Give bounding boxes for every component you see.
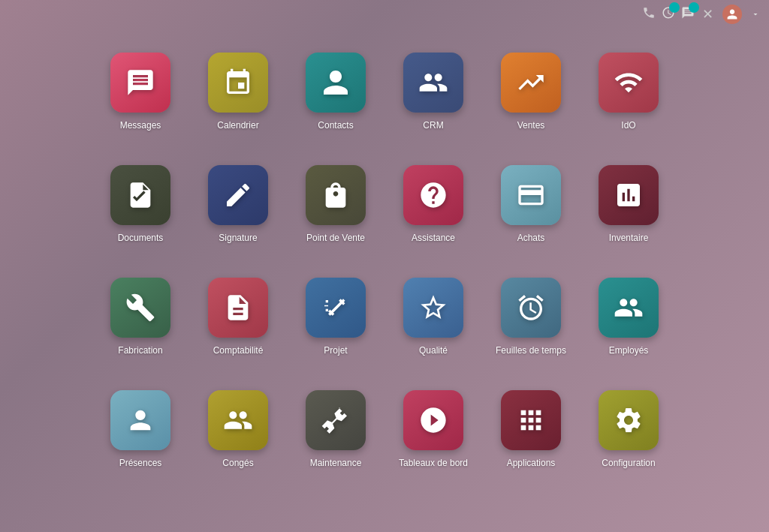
app-icon-conges bbox=[208, 390, 268, 450]
app-label-achats: Achats bbox=[517, 233, 545, 243]
app-label-employes: Employés bbox=[609, 345, 649, 356]
close-icon[interactable]: ✕ bbox=[702, 6, 713, 23]
app-item-comptabilite[interactable]: Comptabilité bbox=[197, 278, 279, 383]
app-item-projet[interactable]: Projet bbox=[294, 278, 377, 383]
clock-badge bbox=[669, 2, 680, 13]
phone-icon[interactable] bbox=[642, 6, 656, 23]
app-icon-feuilles bbox=[501, 278, 561, 338]
app-item-presences[interactable]: Présences bbox=[99, 390, 182, 495]
app-label-presences: Présences bbox=[119, 458, 162, 468]
app-label-contacts: Contacts bbox=[318, 120, 353, 131]
app-icon-projet bbox=[306, 278, 366, 338]
app-icon-documents bbox=[110, 165, 170, 225]
app-label-pdv: Point de Vente bbox=[306, 233, 365, 243]
app-grid: MessagesCalendrierContactsCRMVentesIdODo… bbox=[0, 0, 769, 532]
app-item-signature[interactable]: Signature bbox=[197, 165, 279, 270]
app-label-calendrier: Calendrier bbox=[217, 120, 258, 131]
app-item-ido[interactable]: IdO bbox=[587, 53, 670, 158]
app-icon-signature bbox=[208, 165, 268, 225]
app-label-crm: CRM bbox=[423, 120, 443, 131]
app-icon-qualite bbox=[403, 278, 463, 338]
clock-badge-wrap[interactable] bbox=[662, 6, 675, 23]
app-item-contacts[interactable]: Contacts bbox=[294, 53, 377, 158]
app-label-assistance: Assistance bbox=[412, 233, 455, 243]
app-label-projet: Projet bbox=[324, 345, 347, 356]
app-label-applications: Applications bbox=[507, 458, 556, 468]
app-label-ido: IdO bbox=[621, 120, 635, 131]
app-icon-messages bbox=[110, 53, 170, 113]
app-label-ventes: Ventes bbox=[517, 120, 545, 131]
app-icon-tableaux bbox=[403, 390, 463, 450]
app-item-conges[interactable]: Congés bbox=[197, 390, 279, 495]
app-icon-assistance bbox=[403, 165, 463, 225]
app-icon-ido bbox=[599, 53, 659, 113]
app-icon-achats bbox=[501, 165, 561, 225]
app-label-fabrication: Fabrication bbox=[118, 345, 162, 356]
app-item-employes[interactable]: Employés bbox=[587, 278, 670, 383]
app-item-assistance[interactable]: Assistance bbox=[392, 165, 475, 270]
app-icon-maintenance bbox=[306, 390, 366, 450]
app-item-documents[interactable]: Documents bbox=[99, 165, 182, 270]
app-label-signature: Signature bbox=[219, 233, 257, 243]
app-label-conges: Congés bbox=[222, 458, 253, 468]
app-item-achats[interactable]: Achats bbox=[490, 165, 572, 270]
app-item-applications[interactable]: Applications bbox=[490, 390, 572, 495]
app-icon-applications bbox=[501, 390, 561, 450]
chat-badge bbox=[689, 2, 699, 13]
app-icon-crm bbox=[403, 53, 463, 113]
app-label-feuilles: Feuilles de temps bbox=[496, 345, 566, 356]
app-label-qualite: Qualité bbox=[419, 345, 448, 356]
app-label-inventaire: Inventaire bbox=[609, 233, 649, 243]
app-icon-ventes bbox=[501, 53, 561, 113]
topbar: ✕ bbox=[633, 0, 769, 29]
app-icon-presences bbox=[110, 390, 170, 450]
app-item-qualite[interactable]: Qualité bbox=[392, 278, 475, 383]
app-label-maintenance: Maintenance bbox=[310, 458, 362, 468]
app-item-ventes[interactable]: Ventes bbox=[490, 53, 572, 158]
app-item-configuration[interactable]: Configuration bbox=[587, 390, 670, 495]
app-label-messages: Messages bbox=[120, 120, 161, 131]
app-item-fabrication[interactable]: Fabrication bbox=[99, 278, 182, 383]
app-label-configuration: Configuration bbox=[602, 458, 655, 468]
app-item-crm[interactable]: CRM bbox=[392, 53, 475, 158]
app-label-documents: Documents bbox=[118, 233, 164, 243]
app-icon-pdv bbox=[306, 165, 366, 225]
app-icon-inventaire bbox=[599, 165, 659, 225]
avatar bbox=[722, 5, 742, 24]
app-item-tableaux[interactable]: Tableaux de bord bbox=[392, 390, 475, 495]
app-item-pdv[interactable]: Point de Vente bbox=[294, 165, 377, 270]
app-icon-configuration bbox=[599, 390, 659, 450]
app-icon-employes bbox=[599, 278, 659, 338]
app-item-feuilles[interactable]: Feuilles de temps bbox=[490, 278, 572, 383]
app-item-messages[interactable]: Messages bbox=[99, 53, 182, 158]
chat-badge-wrap[interactable] bbox=[681, 6, 695, 23]
app-icon-calendrier bbox=[208, 53, 268, 113]
app-label-tableaux: Tableaux de bord bbox=[399, 458, 468, 468]
app-icon-contacts bbox=[306, 53, 366, 113]
app-item-calendrier[interactable]: Calendrier bbox=[197, 53, 279, 158]
app-item-inventaire[interactable]: Inventaire bbox=[587, 165, 670, 270]
app-label-comptabilite: Comptabilité bbox=[213, 345, 264, 356]
app-item-maintenance[interactable]: Maintenance bbox=[294, 390, 377, 495]
app-icon-fabrication bbox=[110, 278, 170, 338]
user-menu[interactable] bbox=[722, 5, 760, 24]
app-icon-comptabilite bbox=[208, 278, 268, 338]
